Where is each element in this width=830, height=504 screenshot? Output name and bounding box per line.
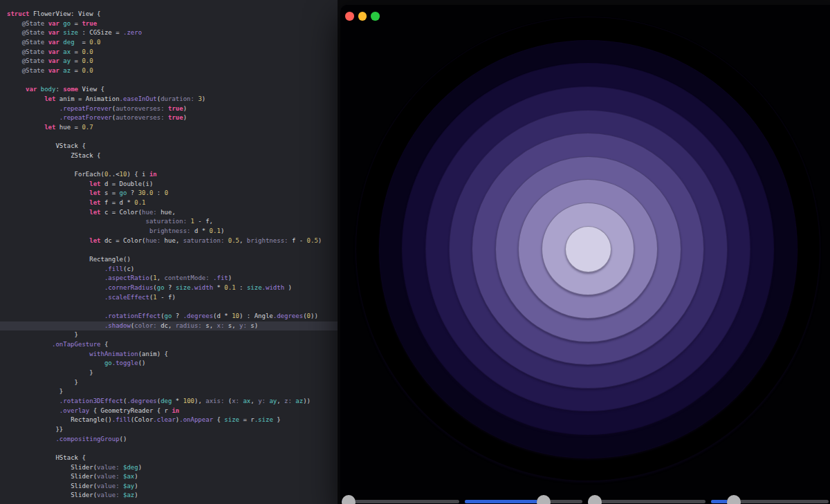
- code-line: }: [7, 330, 338, 340]
- code-editor[interactable]: struct FlowerView: View { @State var go …: [0, 0, 338, 501]
- code-line: @State var size : CGSize = .zero: [7, 28, 338, 38]
- code-line: go.toggle(): [7, 359, 338, 368]
- code-line: [7, 444, 338, 454]
- code-line: HStack {: [7, 454, 338, 463]
- zoom-button[interactable]: [371, 12, 380, 21]
- preview-window: [340, 5, 830, 504]
- code-line: Slider(value: $ay): [7, 482, 338, 492]
- code-line: .compositingGroup(): [7, 435, 338, 445]
- slider-track[interactable]: [588, 500, 706, 503]
- code-line: .repeatForever(autoreverses: true): [7, 104, 338, 114]
- code-line: [7, 302, 338, 312]
- slider-deg[interactable]: [342, 495, 459, 504]
- code-line: Slider(value: $ax): [7, 472, 338, 482]
- code-line: ForEach(0..<10) { i in: [7, 170, 338, 180]
- code-line: let hue = 0.7: [7, 123, 338, 133]
- code-line: @State var go = true: [7, 19, 338, 29]
- traffic-lights: [345, 12, 380, 21]
- code-line: saturation: 1 - f,: [7, 217, 338, 227]
- code-line: @State var ax = 0.0: [7, 48, 338, 57]
- code-line: }: [7, 368, 338, 378]
- code-line: @State var az = 0.0: [7, 66, 338, 76]
- slider-knob[interactable]: [727, 495, 741, 504]
- close-button[interactable]: [345, 12, 354, 21]
- code-line: withAnimation(anim) {: [7, 350, 338, 360]
- slider-ay[interactable]: [588, 495, 706, 504]
- code-line: let f = d * 0.1: [7, 198, 338, 208]
- code-line: .cornerRadius(go ? size.width * 0.1 : si…: [7, 283, 338, 293]
- slider-knob[interactable]: [537, 495, 551, 504]
- slider-knob[interactable]: [588, 495, 602, 504]
- code-line: }: [7, 387, 338, 397]
- slider-row: [342, 495, 829, 504]
- code-line: brightness: d * 0.1): [7, 227, 338, 236]
- slider-az[interactable]: [711, 495, 829, 504]
- slider-knob[interactable]: [342, 495, 356, 504]
- code-line: [7, 76, 338, 86]
- code-line: let s = go ? 30.0 : 0: [7, 189, 338, 198]
- slider-fill: [465, 500, 544, 503]
- code-line: .overlay { GeometryReader { r in: [7, 407, 338, 416]
- code-line: let dc = Color(hue: hue, saturation: 0.5…: [7, 236, 338, 246]
- flower-ring: [565, 226, 611, 272]
- code-line: let anim = Animation.easeInOut(duration:…: [7, 95, 338, 104]
- code-line: .fill(c): [7, 265, 338, 274]
- code-editor-pane: struct FlowerView: View { @State var go …: [0, 0, 338, 504]
- code-line: ZStack {: [7, 151, 338, 161]
- code-line: var body: some View {: [7, 85, 338, 95]
- code-line: .shadow(color: dc, radius: s, x: s, y: s…: [0, 321, 338, 331]
- code-line: .rotationEffect(go ? .degrees(d * 10) : …: [7, 312, 338, 321]
- code-line: Rectangle().fill(Color.clear).onAppear {…: [7, 416, 338, 425]
- code-line: [7, 133, 338, 142]
- code-line: @State var ay = 0.0: [7, 57, 338, 66]
- code-line: .rotation3DEffect(.degrees(deg * 100), a…: [7, 397, 338, 407]
- code-line: .aspectRatio(1, contentMode: .fit): [7, 274, 338, 283]
- slider-ax[interactable]: [465, 495, 582, 504]
- code-line: let d = Double(i): [7, 180, 338, 189]
- code-line: Slider(value: $az): [7, 491, 338, 501]
- code-line: VStack {: [7, 142, 338, 151]
- code-line: [7, 245, 338, 255]
- code-line: Rectangle(): [7, 255, 338, 265]
- code-line: .repeatForever(autoreverses: true): [7, 113, 338, 123]
- slider-track[interactable]: [342, 500, 459, 503]
- code-line: }: [7, 378, 338, 388]
- code-line: [7, 161, 338, 171]
- code-line: }}: [7, 425, 338, 435]
- code-line: let c = Color(hue: hue,: [7, 208, 338, 218]
- code-line: .onTapGesture {: [7, 340, 338, 350]
- preview-canvas[interactable]: [340, 5, 830, 504]
- code-line: @State var deg = 0.0: [7, 38, 338, 48]
- code-line: struct FlowerView: View {: [7, 10, 338, 19]
- code-line: .scaleEffect(1 - f): [7, 293, 338, 303]
- minimize-button[interactable]: [358, 12, 367, 21]
- code-line: Slider(value: $deg): [7, 463, 338, 473]
- window-titlebar[interactable]: [340, 5, 830, 24]
